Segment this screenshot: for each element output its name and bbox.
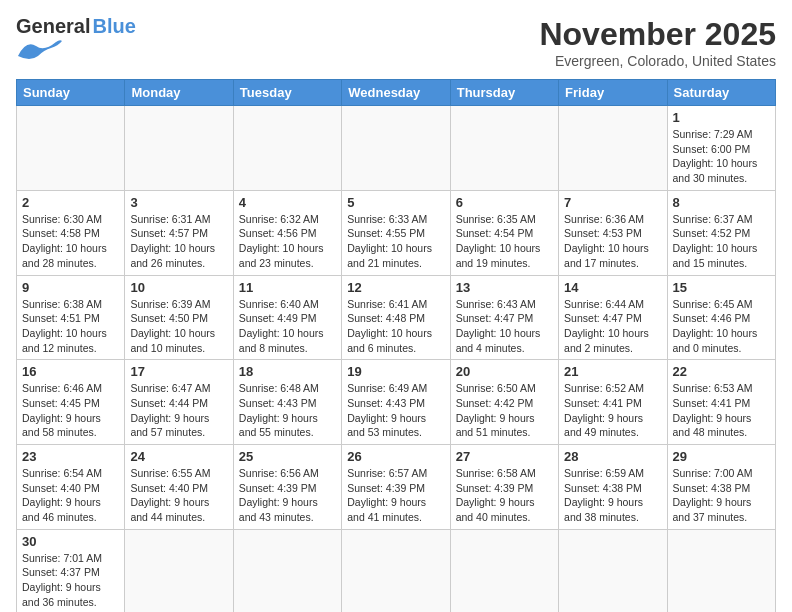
calendar-cell-4-6: 21Sunrise: 6:52 AM Sunset: 4:41 PM Dayli… (559, 360, 667, 445)
day-info: Sunrise: 6:46 AM Sunset: 4:45 PM Dayligh… (22, 381, 119, 440)
calendar-subtitle: Evergreen, Colorado, United States (539, 53, 776, 69)
day-number: 19 (347, 364, 444, 379)
calendar-cell-3-3: 11Sunrise: 6:40 AM Sunset: 4:49 PM Dayli… (233, 275, 341, 360)
day-number: 20 (456, 364, 553, 379)
day-info: Sunrise: 6:44 AM Sunset: 4:47 PM Dayligh… (564, 297, 661, 356)
calendar-cell-4-4: 19Sunrise: 6:49 AM Sunset: 4:43 PM Dayli… (342, 360, 450, 445)
day-number: 28 (564, 449, 661, 464)
calendar-cell-2-5: 6Sunrise: 6:35 AM Sunset: 4:54 PM Daylig… (450, 190, 558, 275)
day-info: Sunrise: 6:48 AM Sunset: 4:43 PM Dayligh… (239, 381, 336, 440)
day-info: Sunrise: 7:01 AM Sunset: 4:37 PM Dayligh… (22, 551, 119, 610)
page-header: General Blue November 2025 Evergreen, Co… (16, 16, 776, 69)
calendar-cell-1-6 (559, 106, 667, 191)
day-number: 23 (22, 449, 119, 464)
day-info: Sunrise: 6:53 AM Sunset: 4:41 PM Dayligh… (673, 381, 770, 440)
day-info: Sunrise: 6:37 AM Sunset: 4:52 PM Dayligh… (673, 212, 770, 271)
day-info: Sunrise: 6:54 AM Sunset: 4:40 PM Dayligh… (22, 466, 119, 525)
calendar-cell-5-6: 28Sunrise: 6:59 AM Sunset: 4:38 PM Dayli… (559, 445, 667, 530)
calendar-cell-2-4: 5Sunrise: 6:33 AM Sunset: 4:55 PM Daylig… (342, 190, 450, 275)
calendar-cell-1-1 (17, 106, 125, 191)
weekday-header-friday: Friday (559, 80, 667, 106)
calendar-cell-2-6: 7Sunrise: 6:36 AM Sunset: 4:53 PM Daylig… (559, 190, 667, 275)
calendar-cell-6-7 (667, 529, 775, 612)
calendar-cell-4-5: 20Sunrise: 6:50 AM Sunset: 4:42 PM Dayli… (450, 360, 558, 445)
day-info: Sunrise: 6:30 AM Sunset: 4:58 PM Dayligh… (22, 212, 119, 271)
day-info: Sunrise: 6:32 AM Sunset: 4:56 PM Dayligh… (239, 212, 336, 271)
calendar-cell-2-1: 2Sunrise: 6:30 AM Sunset: 4:58 PM Daylig… (17, 190, 125, 275)
day-info: Sunrise: 6:52 AM Sunset: 4:41 PM Dayligh… (564, 381, 661, 440)
calendar-cell-6-4 (342, 529, 450, 612)
day-number: 17 (130, 364, 227, 379)
calendar-cell-4-3: 18Sunrise: 6:48 AM Sunset: 4:43 PM Dayli… (233, 360, 341, 445)
calendar-cell-1-4 (342, 106, 450, 191)
logo-text: General (16, 16, 90, 36)
day-number: 9 (22, 280, 119, 295)
weekday-header-tuesday: Tuesday (233, 80, 341, 106)
calendar-cell-3-2: 10Sunrise: 6:39 AM Sunset: 4:50 PM Dayli… (125, 275, 233, 360)
day-number: 6 (456, 195, 553, 210)
day-number: 26 (347, 449, 444, 464)
day-info: Sunrise: 6:38 AM Sunset: 4:51 PM Dayligh… (22, 297, 119, 356)
day-number: 27 (456, 449, 553, 464)
calendar-cell-1-3 (233, 106, 341, 191)
day-number: 8 (673, 195, 770, 210)
day-info: Sunrise: 6:57 AM Sunset: 4:39 PM Dayligh… (347, 466, 444, 525)
calendar-cell-5-4: 26Sunrise: 6:57 AM Sunset: 4:39 PM Dayli… (342, 445, 450, 530)
weekday-header-wednesday: Wednesday (342, 80, 450, 106)
day-number: 1 (673, 110, 770, 125)
calendar-cell-1-2 (125, 106, 233, 191)
calendar-cell-2-2: 3Sunrise: 6:31 AM Sunset: 4:57 PM Daylig… (125, 190, 233, 275)
day-number: 15 (673, 280, 770, 295)
calendar-cell-4-2: 17Sunrise: 6:47 AM Sunset: 4:44 PM Dayli… (125, 360, 233, 445)
calendar-cell-5-2: 24Sunrise: 6:55 AM Sunset: 4:40 PM Dayli… (125, 445, 233, 530)
weekday-header-sunday: Sunday (17, 80, 125, 106)
day-info: Sunrise: 7:29 AM Sunset: 6:00 PM Dayligh… (673, 127, 770, 186)
title-section: November 2025 Evergreen, Colorado, Unite… (539, 16, 776, 69)
day-info: Sunrise: 6:56 AM Sunset: 4:39 PM Dayligh… (239, 466, 336, 525)
logo-bird-icon (16, 38, 64, 60)
weekday-header-thursday: Thursday (450, 80, 558, 106)
day-number: 11 (239, 280, 336, 295)
day-info: Sunrise: 6:50 AM Sunset: 4:42 PM Dayligh… (456, 381, 553, 440)
calendar-week-5: 23Sunrise: 6:54 AM Sunset: 4:40 PM Dayli… (17, 445, 776, 530)
day-number: 22 (673, 364, 770, 379)
calendar-title: November 2025 (539, 16, 776, 53)
day-info: Sunrise: 6:43 AM Sunset: 4:47 PM Dayligh… (456, 297, 553, 356)
day-number: 21 (564, 364, 661, 379)
day-info: Sunrise: 6:45 AM Sunset: 4:46 PM Dayligh… (673, 297, 770, 356)
day-info: Sunrise: 7:00 AM Sunset: 4:38 PM Dayligh… (673, 466, 770, 525)
day-number: 29 (673, 449, 770, 464)
calendar-cell-3-5: 13Sunrise: 6:43 AM Sunset: 4:47 PM Dayli… (450, 275, 558, 360)
day-info: Sunrise: 6:36 AM Sunset: 4:53 PM Dayligh… (564, 212, 661, 271)
day-number: 4 (239, 195, 336, 210)
day-number: 24 (130, 449, 227, 464)
day-info: Sunrise: 6:31 AM Sunset: 4:57 PM Dayligh… (130, 212, 227, 271)
day-info: Sunrise: 6:39 AM Sunset: 4:50 PM Dayligh… (130, 297, 227, 356)
calendar-cell-3-1: 9Sunrise: 6:38 AM Sunset: 4:51 PM Daylig… (17, 275, 125, 360)
day-info: Sunrise: 6:40 AM Sunset: 4:49 PM Dayligh… (239, 297, 336, 356)
day-number: 25 (239, 449, 336, 464)
day-info: Sunrise: 6:33 AM Sunset: 4:55 PM Dayligh… (347, 212, 444, 271)
day-info: Sunrise: 6:49 AM Sunset: 4:43 PM Dayligh… (347, 381, 444, 440)
calendar-cell-6-3 (233, 529, 341, 612)
day-number: 7 (564, 195, 661, 210)
calendar-cell-5-1: 23Sunrise: 6:54 AM Sunset: 4:40 PM Dayli… (17, 445, 125, 530)
calendar-cell-6-5 (450, 529, 558, 612)
day-info: Sunrise: 6:58 AM Sunset: 4:39 PM Dayligh… (456, 466, 553, 525)
calendar-week-3: 9Sunrise: 6:38 AM Sunset: 4:51 PM Daylig… (17, 275, 776, 360)
day-number: 2 (22, 195, 119, 210)
day-info: Sunrise: 6:41 AM Sunset: 4:48 PM Dayligh… (347, 297, 444, 356)
logo-blue-text: Blue (92, 16, 135, 36)
day-number: 14 (564, 280, 661, 295)
day-number: 13 (456, 280, 553, 295)
day-number: 12 (347, 280, 444, 295)
calendar-cell-5-7: 29Sunrise: 7:00 AM Sunset: 4:38 PM Dayli… (667, 445, 775, 530)
calendar-cell-6-2 (125, 529, 233, 612)
day-number: 16 (22, 364, 119, 379)
calendar-cell-6-1: 30Sunrise: 7:01 AM Sunset: 4:37 PM Dayli… (17, 529, 125, 612)
calendar-cell-4-7: 22Sunrise: 6:53 AM Sunset: 4:41 PM Dayli… (667, 360, 775, 445)
calendar-cell-1-7: 1Sunrise: 7:29 AM Sunset: 6:00 PM Daylig… (667, 106, 775, 191)
day-number: 30 (22, 534, 119, 549)
calendar-week-1: 1Sunrise: 7:29 AM Sunset: 6:00 PM Daylig… (17, 106, 776, 191)
calendar-week-4: 16Sunrise: 6:46 AM Sunset: 4:45 PM Dayli… (17, 360, 776, 445)
